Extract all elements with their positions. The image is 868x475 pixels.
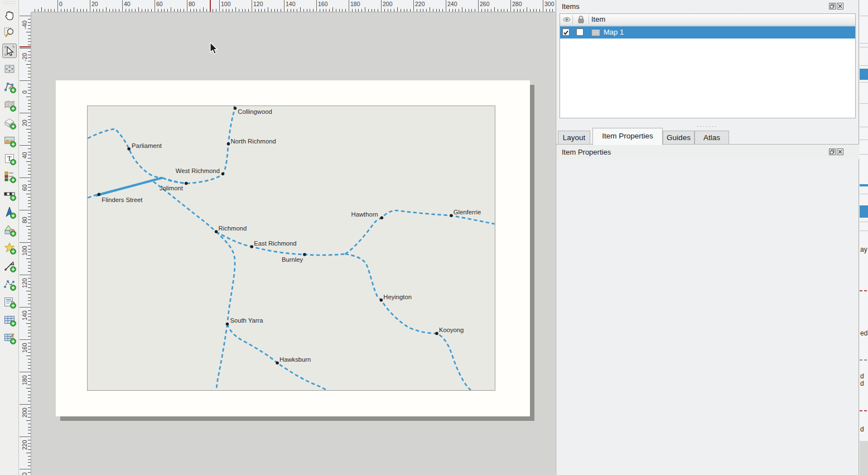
items-float-button[interactable]	[829, 3, 836, 9]
layout-canvas[interactable]: CollingwoodParliamentNorth RichmondWest …	[31, 12, 555, 475]
tab-item-properties[interactable]: Item Properties	[592, 128, 663, 145]
add-map-tool[interactable]	[2, 98, 17, 112]
ruler-label: 20	[21, 119, 28, 126]
ruler-label: 200	[21, 407, 28, 418]
star-icon	[3, 241, 16, 255]
ruler-tick	[54, 9, 55, 12]
ruler-tick	[113, 9, 113, 12]
items-close-button[interactable]	[837, 3, 843, 9]
edit-nodes-item-tool[interactable]	[2, 79, 17, 94]
ruler-major-tick	[20, 210, 31, 210]
clipped-red-dash-symbol	[860, 290, 867, 291]
add-fixed-table-tool[interactable]	[2, 330, 17, 345]
ruler-tick	[28, 71, 31, 71]
station-dot	[450, 214, 453, 217]
add-north-arrow-tool[interactable]	[2, 205, 17, 219]
add-picture-tool[interactable]	[2, 133, 17, 148]
add-attribute-table-tool[interactable]	[2, 313, 17, 327]
ruler-tick	[229, 9, 229, 12]
tab-atlas[interactable]: Atlas	[695, 131, 729, 145]
ruler-tick	[145, 9, 146, 12]
ruler-tick	[28, 359, 31, 359]
ruler-tick	[177, 9, 178, 12]
ruler-label: 200	[383, 1, 393, 7]
ruler-label: 140	[286, 1, 296, 7]
station-dot	[250, 245, 253, 248]
ruler-tick	[452, 9, 453, 12]
items-tree-header: Item	[560, 14, 855, 26]
ruler-tick	[206, 9, 207, 12]
ruler-tick	[28, 25, 31, 26]
ruler-tick	[61, 9, 61, 12]
item-row-map1[interactable]: Map 1	[560, 26, 855, 39]
ruler-tick	[28, 333, 31, 333]
ruler-tick	[28, 229, 31, 230]
add-html-tool[interactable]	[2, 295, 17, 309]
ruler-tick	[97, 9, 97, 12]
ruler-tick	[99, 9, 100, 12]
ruler-tick	[26, 129, 31, 129]
visibility-checkbox[interactable]	[562, 28, 570, 36]
clipped-row-border	[860, 222, 868, 222]
ruler-tick	[74, 7, 74, 12]
ruler-tick	[485, 9, 485, 12]
items-tree[interactable]: Item Map 1	[560, 13, 856, 118]
clipped-panel-edge: ayedddd	[860, 0, 868, 475]
clipped-row-border	[860, 154, 868, 155]
ruler-tick	[26, 323, 31, 324]
ruler-tick	[190, 9, 191, 12]
ruler-tick	[320, 9, 320, 12]
fixed-table-icon	[3, 331, 16, 344]
ruler-tick	[358, 9, 359, 12]
map-item-frame[interactable]: CollingwoodParliamentNorth RichmondWest …	[87, 105, 495, 391]
ruler-tick	[420, 9, 421, 12]
toolbar-drag-handle[interactable]: ····················	[3, 1, 16, 5]
ruler-major-tick	[543, 0, 543, 12]
ruler-tick	[174, 9, 175, 12]
ruler-tick	[67, 9, 67, 12]
clipped-row-border	[860, 194, 868, 194]
ruler-major-tick	[20, 339, 31, 340]
add-label-icon: T	[3, 152, 16, 165]
move-item-content-tool[interactable]	[2, 61, 17, 76]
ruler-tick	[115, 9, 116, 12]
layout-toolbar: ···················· T	[0, 0, 19, 475]
add-legend-tool[interactable]	[2, 169, 17, 184]
ruler-tick	[501, 9, 501, 12]
pan-tool[interactable]	[2, 8, 17, 22]
ruler-tick	[507, 9, 508, 12]
items-panel-title: Items	[562, 2, 580, 11]
ruler-tick	[539, 9, 540, 12]
layout-page[interactable]: CollingwoodParliamentNorth RichmondWest …	[56, 80, 530, 416]
item-properties-close-button[interactable]	[837, 148, 843, 155]
ruler-label: 60	[21, 184, 28, 191]
panel-splitter-handle[interactable]: ·······	[697, 125, 717, 128]
add-scalebar-tool[interactable]	[2, 187, 17, 201]
tab-guides[interactable]: Guides	[663, 131, 695, 145]
select-move-item-tool[interactable]	[2, 44, 17, 58]
visibility-eye-icon	[563, 16, 571, 23]
add-arrow-tool[interactable]	[2, 258, 17, 273]
clipped-row-border	[860, 140, 868, 140]
ruler-tick	[549, 9, 550, 12]
ruler-major-tick	[284, 0, 284, 12]
ruler-major-tick	[252, 0, 252, 12]
tab-layout[interactable]: Layout	[558, 131, 590, 145]
lock-checkbox[interactable]	[576, 28, 584, 36]
add-marker-tool[interactable]	[2, 241, 17, 255]
ruler-major-tick	[20, 404, 31, 405]
ruler-major-tick	[510, 0, 511, 12]
ruler-tick	[488, 9, 488, 12]
add-label-tool[interactable]: T	[2, 151, 17, 166]
item-properties-float-button[interactable]	[829, 148, 836, 155]
ruler-tick	[455, 9, 456, 12]
add-map-icon	[3, 98, 16, 112]
add-3d-map-tool[interactable]	[2, 116, 17, 130]
ruler-tick	[504, 9, 504, 12]
ruler-tick	[465, 9, 466, 12]
add-node-item-tool[interactable]	[2, 277, 17, 291]
zoom-tool[interactable]	[2, 26, 17, 40]
ruler-tick	[41, 7, 42, 12]
add-shape-tool[interactable]	[2, 223, 17, 237]
add-legend-icon	[3, 170, 16, 183]
